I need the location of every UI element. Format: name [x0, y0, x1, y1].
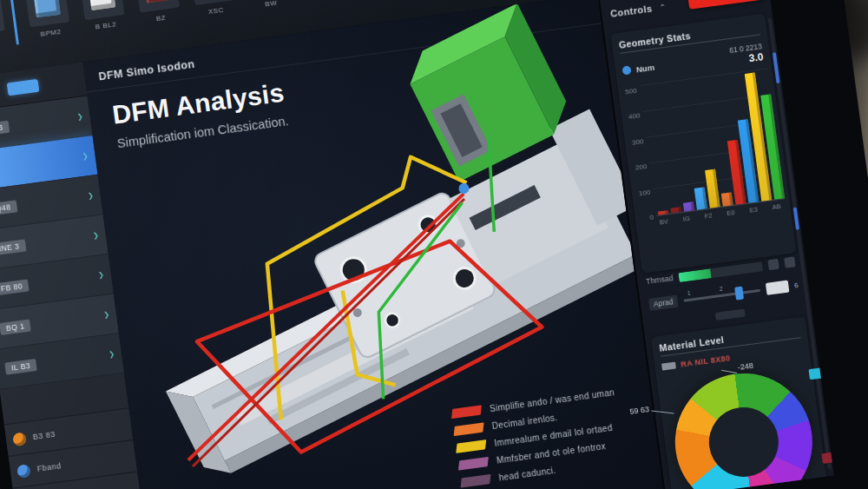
- y-tick-label: 400: [628, 112, 641, 122]
- photo-background: IPMBPM2B BL2BZXSCBWEIYB3LAY3ETY3EJOY8Z ▶…: [0, 0, 868, 489]
- chevron-right-icon: ❯: [98, 271, 105, 280]
- collapse-handle[interactable]: [715, 308, 746, 320]
- panel-title: Controls: [609, 3, 653, 19]
- toolbar-button[interactable]: EIYB: [292, 0, 354, 3]
- y-tick-label: 0: [649, 213, 654, 221]
- tree-row-label: NNE 3: [0, 239, 26, 255]
- slider-label: Aprad: [648, 295, 678, 311]
- x-tick-label: E3: [749, 206, 758, 215]
- toolbar-button-label: BPM2: [40, 28, 62, 38]
- annotation-line: [721, 370, 737, 373]
- chevron-right-icon: ❯: [108, 350, 115, 359]
- x-tick-label: IG: [682, 215, 690, 223]
- status-dot-icon: [16, 463, 31, 478]
- progress-fill: [679, 268, 712, 282]
- chevron-right-icon: ❯: [76, 112, 83, 121]
- x-tick-label: F2: [704, 211, 713, 220]
- scrollbar-thumb[interactable]: [793, 208, 799, 230]
- bar-chart-plot: [640, 67, 786, 215]
- toolbar-button[interactable]: B BL2: [72, 0, 135, 33]
- material-card: Material Level RA NIL 8X80 -248 59 63: [651, 316, 834, 489]
- donut-chart: -248 59 63: [667, 365, 821, 489]
- x-tick-label: AB: [772, 202, 781, 211]
- tree-status-rows: B3 83FbandIl blis3illeg8 b: [4, 407, 150, 489]
- toolbar-button[interactable]: BPM2: [16, 0, 79, 41]
- tree-row-label: B8 M3: [0, 120, 10, 136]
- slider-reset-button[interactable]: [765, 281, 789, 295]
- status-dot-icon: [12, 432, 27, 446]
- app-window: IPMBPM2B BL2BZXSCBWEIYB3LAY3ETY3EJOY8Z ▶…: [0, 0, 834, 489]
- tree-row-label: FB 80: [0, 279, 30, 295]
- toolbar-button-label: BW: [265, 0, 278, 8]
- stat-name: Num: [635, 52, 726, 74]
- legend-swatch: [458, 457, 489, 471]
- chart-bar: [683, 202, 694, 211]
- chevron-right-icon: ❯: [82, 152, 89, 161]
- chart-bar: [721, 192, 733, 206]
- viewport[interactable]: DFM Simo Isodon: [82, 0, 666, 489]
- caret-up-icon[interactable]: ⌃: [658, 2, 667, 12]
- part-icon: [0, 0, 5, 36]
- threshold-label: Thrnsad: [646, 274, 674, 286]
- chevron-right-icon: ❯: [93, 231, 100, 240]
- scrollbar-thumb[interactable]: [773, 52, 780, 83]
- document-icon: [80, 0, 124, 20]
- legend-swatch: [456, 439, 486, 453]
- slider-handle[interactable]: [734, 286, 744, 300]
- toolbar-button[interactable]: BW: [237, 0, 299, 11]
- chart-bar: [694, 187, 707, 209]
- geometry-card: Geometry Stats Num 61 0 2213 3.0 5004003…: [610, 13, 796, 273]
- tree-toggle-button[interactable]: [6, 78, 39, 96]
- y-tick-label: 100: [638, 188, 650, 197]
- slider-value: 6: [793, 281, 799, 290]
- right-panel: Controls ⌃ Generate Geometry Stats Num 6…: [597, 0, 834, 489]
- chart-bar: [705, 169, 720, 208]
- toolbar-button[interactable]: XSC: [182, 0, 245, 18]
- cube-icon: [190, 0, 234, 5]
- legend-text: Decimal irenlos.: [491, 413, 558, 431]
- tree-row-label: BQ 1: [0, 319, 31, 335]
- maroon-tag[interactable]: [821, 451, 834, 464]
- y-tick-label: 300: [632, 137, 644, 147]
- monitor-bezel: IPMBPM2B BL2BZXSCBWEIYB3LAY3ETY3EJOY8Z ▶…: [0, 0, 868, 489]
- material-swatch: [661, 362, 676, 371]
- cyan-tag[interactable]: [808, 367, 833, 380]
- toolbar-button[interactable]: BZ: [127, 0, 189, 26]
- slider-tick: 2: [719, 285, 723, 291]
- tree-row-label: IL B3: [4, 358, 37, 374]
- blue-dot-icon: [621, 65, 631, 75]
- toolbar-button-label: XSC: [207, 6, 224, 16]
- toolbar-button-label: B BL2: [95, 20, 116, 30]
- y-tick-label: 200: [635, 162, 647, 172]
- x-tick-label: E0: [727, 208, 735, 217]
- status-label: Fband: [36, 461, 62, 473]
- toolbar-button-label: EIYB: [317, 0, 335, 1]
- bar-chart: 5004003002001000 BVIGF2E0E3AB: [624, 68, 784, 235]
- slider-tick: 1: [687, 289, 691, 295]
- donut-annotation-top: -248: [737, 361, 753, 372]
- slider[interactable]: 1 2: [683, 288, 760, 301]
- chevron-right-icon: ❯: [103, 310, 110, 319]
- y-tick-label: 500: [625, 87, 637, 96]
- pin-icon[interactable]: [784, 256, 795, 268]
- toolbar-button-label: BZ: [155, 14, 166, 23]
- sketch-icon: [25, 0, 69, 27]
- status-label: B3 83: [32, 430, 56, 441]
- material-code: RA NIL 8X80: [681, 354, 731, 369]
- chevron-right-icon: ❯: [87, 192, 94, 201]
- annotation-line: [651, 411, 674, 414]
- slider-row: Aprad 1 2 6: [648, 279, 799, 311]
- tree-row-label: BQ48: [0, 200, 17, 216]
- lock-icon[interactable]: [767, 259, 779, 270]
- legend-swatch: [454, 422, 484, 436]
- x-tick-label: BV: [659, 217, 668, 226]
- flag-icon: [135, 0, 180, 13]
